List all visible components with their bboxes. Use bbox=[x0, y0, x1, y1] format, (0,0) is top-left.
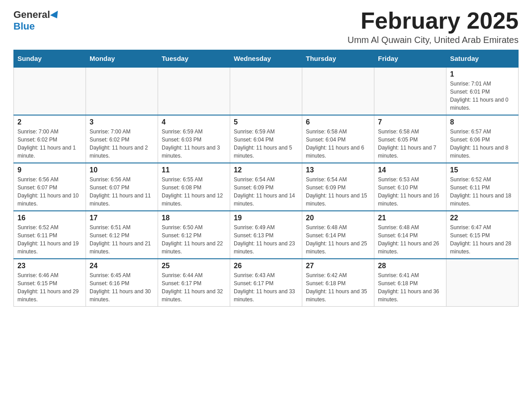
logo: General Blue bbox=[13, 9, 60, 32]
calendar-cell: 15Sunrise: 6:52 AM Sunset: 6:11 PM Dayli… bbox=[446, 163, 519, 211]
calendar-cell bbox=[230, 67, 302, 115]
calendar-header: Sunday Monday Tuesday Wednesday Thursday… bbox=[14, 50, 519, 68]
day-number: 20 bbox=[306, 214, 370, 222]
col-wednesday: Wednesday bbox=[230, 50, 302, 68]
calendar-cell: 20Sunrise: 6:48 AM Sunset: 6:14 PM Dayli… bbox=[302, 211, 374, 259]
day-number: 26 bbox=[234, 262, 298, 270]
day-number: 22 bbox=[450, 214, 515, 222]
day-info: Sunrise: 6:48 AM Sunset: 6:14 PM Dayligh… bbox=[378, 223, 442, 256]
title-section: February 2025 Umm Al Quwain City, United… bbox=[348, 9, 519, 45]
calendar-week-2: 2Sunrise: 7:00 AM Sunset: 6:02 PM Daylig… bbox=[14, 115, 519, 163]
day-info: Sunrise: 6:45 AM Sunset: 6:16 PM Dayligh… bbox=[90, 271, 154, 304]
calendar-week-4: 16Sunrise: 6:52 AM Sunset: 6:11 PM Dayli… bbox=[14, 211, 519, 259]
logo-arrow-icon bbox=[50, 11, 61, 21]
day-number: 13 bbox=[306, 166, 370, 174]
day-info: Sunrise: 6:50 AM Sunset: 6:12 PM Dayligh… bbox=[162, 223, 226, 256]
day-number: 16 bbox=[17, 214, 82, 222]
day-info: Sunrise: 6:41 AM Sunset: 6:18 PM Dayligh… bbox=[378, 271, 442, 304]
calendar-cell bbox=[302, 67, 374, 115]
calendar-cell: 7Sunrise: 6:58 AM Sunset: 6:05 PM Daylig… bbox=[374, 115, 446, 163]
calendar-cell: 3Sunrise: 7:00 AM Sunset: 6:02 PM Daylig… bbox=[86, 115, 158, 163]
day-info: Sunrise: 7:00 AM Sunset: 6:02 PM Dayligh… bbox=[90, 128, 154, 160]
calendar-body: 1Sunrise: 7:01 AM Sunset: 6:01 PM Daylig… bbox=[14, 67, 519, 307]
logo-blue-text: Blue bbox=[13, 21, 35, 32]
day-info: Sunrise: 7:01 AM Sunset: 6:01 PM Dayligh… bbox=[450, 80, 515, 112]
day-info: Sunrise: 6:54 AM Sunset: 6:09 PM Dayligh… bbox=[234, 176, 298, 208]
day-info: Sunrise: 6:53 AM Sunset: 6:10 PM Dayligh… bbox=[378, 176, 442, 208]
calendar-week-3: 9Sunrise: 6:56 AM Sunset: 6:07 PM Daylig… bbox=[14, 163, 519, 211]
day-info: Sunrise: 6:55 AM Sunset: 6:08 PM Dayligh… bbox=[162, 176, 226, 208]
logo-text: General bbox=[13, 9, 60, 21]
day-info: Sunrise: 6:49 AM Sunset: 6:13 PM Dayligh… bbox=[234, 223, 298, 256]
day-number: 5 bbox=[234, 118, 298, 126]
calendar-cell: 9Sunrise: 6:56 AM Sunset: 6:07 PM Daylig… bbox=[14, 163, 86, 211]
calendar-cell: 21Sunrise: 6:48 AM Sunset: 6:14 PM Dayli… bbox=[374, 211, 446, 259]
calendar-cell: 5Sunrise: 6:59 AM Sunset: 6:04 PM Daylig… bbox=[230, 115, 302, 163]
day-info: Sunrise: 6:43 AM Sunset: 6:17 PM Dayligh… bbox=[234, 271, 298, 304]
col-tuesday: Tuesday bbox=[158, 50, 230, 68]
page-header: General Blue February 2025 Umm Al Quwain… bbox=[13, 9, 519, 45]
calendar-cell: 18Sunrise: 6:50 AM Sunset: 6:12 PM Dayli… bbox=[158, 211, 230, 259]
header-row: Sunday Monday Tuesday Wednesday Thursday… bbox=[14, 50, 519, 68]
calendar-cell: 8Sunrise: 6:57 AM Sunset: 6:06 PM Daylig… bbox=[446, 115, 519, 163]
day-number: 8 bbox=[450, 118, 515, 126]
calendar-cell bbox=[446, 259, 519, 307]
calendar-cell: 4Sunrise: 6:59 AM Sunset: 6:03 PM Daylig… bbox=[158, 115, 230, 163]
calendar-week-5: 23Sunrise: 6:46 AM Sunset: 6:15 PM Dayli… bbox=[14, 259, 519, 307]
day-number: 9 bbox=[17, 166, 82, 174]
day-number: 25 bbox=[162, 262, 226, 270]
calendar-cell: 19Sunrise: 6:49 AM Sunset: 6:13 PM Dayli… bbox=[230, 211, 302, 259]
day-info: Sunrise: 6:59 AM Sunset: 6:03 PM Dayligh… bbox=[162, 128, 226, 160]
day-number: 24 bbox=[90, 262, 154, 270]
calendar-cell bbox=[86, 67, 158, 115]
day-info: Sunrise: 6:52 AM Sunset: 6:11 PM Dayligh… bbox=[450, 176, 515, 208]
calendar-cell: 11Sunrise: 6:55 AM Sunset: 6:08 PM Dayli… bbox=[158, 163, 230, 211]
day-number: 12 bbox=[234, 166, 298, 174]
day-number: 18 bbox=[162, 214, 226, 222]
day-number: 28 bbox=[378, 262, 442, 270]
calendar-cell: 23Sunrise: 6:46 AM Sunset: 6:15 PM Dayli… bbox=[14, 259, 86, 307]
calendar-cell: 6Sunrise: 6:58 AM Sunset: 6:04 PM Daylig… bbox=[302, 115, 374, 163]
location-title: Umm Al Quwain City, United Arab Emirates bbox=[348, 35, 519, 45]
calendar-cell bbox=[14, 67, 86, 115]
day-number: 6 bbox=[306, 118, 370, 126]
col-monday: Monday bbox=[86, 50, 158, 68]
logo-general-text: General bbox=[13, 9, 50, 21]
day-info: Sunrise: 6:52 AM Sunset: 6:11 PM Dayligh… bbox=[17, 223, 82, 256]
calendar-cell: 2Sunrise: 7:00 AM Sunset: 6:02 PM Daylig… bbox=[14, 115, 86, 163]
calendar-cell: 26Sunrise: 6:43 AM Sunset: 6:17 PM Dayli… bbox=[230, 259, 302, 307]
calendar-cell: 13Sunrise: 6:54 AM Sunset: 6:09 PM Dayli… bbox=[302, 163, 374, 211]
day-number: 14 bbox=[378, 166, 442, 174]
day-number: 19 bbox=[234, 214, 298, 222]
day-number: 15 bbox=[450, 166, 515, 174]
calendar-week-1: 1Sunrise: 7:01 AM Sunset: 6:01 PM Daylig… bbox=[14, 67, 519, 115]
day-info: Sunrise: 7:00 AM Sunset: 6:02 PM Dayligh… bbox=[17, 128, 82, 160]
calendar-table: Sunday Monday Tuesday Wednesday Thursday… bbox=[13, 50, 519, 307]
day-number: 4 bbox=[162, 118, 226, 126]
col-friday: Friday bbox=[374, 50, 446, 68]
day-info: Sunrise: 6:42 AM Sunset: 6:18 PM Dayligh… bbox=[306, 271, 370, 304]
calendar-cell bbox=[158, 67, 230, 115]
calendar-cell: 25Sunrise: 6:44 AM Sunset: 6:17 PM Dayli… bbox=[158, 259, 230, 307]
calendar-cell: 17Sunrise: 6:51 AM Sunset: 6:12 PM Dayli… bbox=[86, 211, 158, 259]
day-info: Sunrise: 6:51 AM Sunset: 6:12 PM Dayligh… bbox=[90, 223, 154, 256]
day-info: Sunrise: 6:44 AM Sunset: 6:17 PM Dayligh… bbox=[162, 271, 226, 304]
calendar-cell: 24Sunrise: 6:45 AM Sunset: 6:16 PM Dayli… bbox=[86, 259, 158, 307]
day-info: Sunrise: 6:59 AM Sunset: 6:04 PM Dayligh… bbox=[234, 128, 298, 160]
day-info: Sunrise: 6:54 AM Sunset: 6:09 PM Dayligh… bbox=[306, 176, 370, 208]
col-saturday: Saturday bbox=[446, 50, 519, 68]
day-number: 3 bbox=[90, 118, 154, 126]
day-info: Sunrise: 6:58 AM Sunset: 6:05 PM Dayligh… bbox=[378, 128, 442, 160]
day-info: Sunrise: 6:47 AM Sunset: 6:15 PM Dayligh… bbox=[450, 223, 515, 256]
calendar-cell: 16Sunrise: 6:52 AM Sunset: 6:11 PM Dayli… bbox=[14, 211, 86, 259]
calendar-cell: 12Sunrise: 6:54 AM Sunset: 6:09 PM Dayli… bbox=[230, 163, 302, 211]
day-number: 17 bbox=[90, 214, 154, 222]
day-number: 11 bbox=[162, 166, 226, 174]
day-info: Sunrise: 6:46 AM Sunset: 6:15 PM Dayligh… bbox=[17, 271, 82, 304]
day-info: Sunrise: 6:57 AM Sunset: 6:06 PM Dayligh… bbox=[450, 128, 515, 160]
col-sunday: Sunday bbox=[14, 50, 86, 68]
day-number: 23 bbox=[17, 262, 82, 270]
day-number: 27 bbox=[306, 262, 370, 270]
day-number: 10 bbox=[90, 166, 154, 174]
month-title: February 2025 bbox=[348, 9, 519, 32]
